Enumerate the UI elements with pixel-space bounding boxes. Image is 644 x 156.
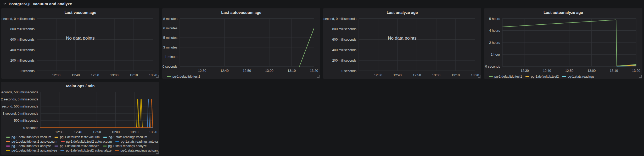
panel-last-autoanalyze-age: Last autoanalyze age 5 hours4 hours2 hou… bbox=[484, 8, 642, 79]
y-axis-label: 1 second, 500 milliseconds bbox=[1, 105, 38, 108]
panel-last-analyze-age: Last analyze age 1 second, 0 millisecond… bbox=[323, 8, 481, 79]
y-axis-label: 2 seconds, 0 milliseconds bbox=[1, 98, 38, 101]
x-axis-label: 12:50 bbox=[93, 130, 101, 134]
legend-label: pg-1.defaultdb.test1 autovacuum bbox=[12, 140, 57, 143]
legend-label: pg-1.defaultdb.test2 vacuum bbox=[60, 135, 99, 139]
resize-handle[interactable] bbox=[156, 75, 159, 78]
legend-swatch-icon bbox=[103, 146, 107, 147]
x-axis-label: 12:50 bbox=[413, 73, 421, 77]
chart-last-autovacuum-age[interactable]: 8 minutes6 minutes5 minutes3 minutes1 mi… bbox=[162, 8, 320, 79]
y-axis-label: 3 minutes bbox=[163, 46, 177, 49]
panel-last-autovacuum-age: Last autovacuum age 8 minutes6 minutes5 … bbox=[162, 8, 320, 79]
panel-last-vacuum-age: Last vacuum age 1 second, 0 milliseconds… bbox=[1, 8, 159, 79]
y-axis-label: 1 hour bbox=[491, 53, 500, 56]
legend-label: pg-1.stats.readings autovacuum bbox=[121, 140, 158, 143]
legend-label: pg-1.stats.readings bbox=[568, 75, 594, 78]
panel-title[interactable]: Last vacuum age bbox=[1, 10, 159, 15]
x-axis-label: 13:00 bbox=[432, 73, 440, 77]
resize-handle[interactable] bbox=[639, 75, 642, 78]
legend-item[interactable]: pg-1.defaultdb.test2 analyze bbox=[54, 144, 99, 148]
x-axis-label: 13:10 bbox=[130, 130, 138, 134]
legend-swatch-icon bbox=[562, 76, 566, 77]
legend-label: pg-1.stats.readings autoanalyze bbox=[120, 149, 158, 152]
x-axis-label: 13:00 bbox=[110, 73, 118, 77]
legend-label: pg-1.defaultdb.test1 bbox=[494, 75, 522, 78]
legend-swatch-icon bbox=[6, 146, 10, 147]
row-title[interactable]: PostgreSQL vacuum and analyze bbox=[9, 2, 72, 6]
y-axis-label: 200 milliseconds bbox=[332, 59, 356, 62]
legend-label: pg-1.defaultdb.test1 analyze bbox=[12, 144, 51, 148]
legend-item[interactable]: pg-1.defaultdb.test2 vacuum bbox=[54, 135, 99, 139]
legend-label: pg-1.stats.readings vacuum bbox=[109, 135, 147, 139]
legend-item[interactable]: pg-1.stats.readings bbox=[562, 75, 594, 78]
legend-item[interactable]: pg-1.stats.readings analyze bbox=[103, 144, 147, 148]
legend-swatch-icon bbox=[6, 150, 10, 151]
y-axis-label: 5 hours bbox=[489, 17, 500, 21]
x-axis-label: 12:40 bbox=[393, 73, 401, 77]
legend-item[interactable]: pg-1.stats.readings autovacuum bbox=[115, 140, 158, 143]
panel-title[interactable]: Last autoanalyze age bbox=[484, 10, 642, 15]
y-axis-label: 400 milliseconds bbox=[10, 48, 35, 52]
x-axis-label: 12:40 bbox=[543, 69, 551, 73]
y-axis-label: 800 milliseconds bbox=[332, 27, 356, 31]
legend-item[interactable]: pg-1.defaultdb.test1 autoanalyze bbox=[6, 149, 57, 152]
legend-item[interactable]: pg-1.defaultdb.test1 bbox=[489, 75, 522, 78]
x-axis-label: 12:30 bbox=[374, 73, 382, 77]
y-axis-label: 5 minutes bbox=[163, 36, 177, 40]
dashboard: PostgreSQL vacuum and analyze Last vacuu… bbox=[0, 0, 644, 156]
legend-label: pg-1.defaultdb.test2 analyze bbox=[60, 144, 99, 148]
resize-handle[interactable] bbox=[478, 75, 480, 78]
y-axis-label: 8 minutes bbox=[163, 17, 177, 21]
legend-item[interactable]: pg-1.stats.readings vacuum bbox=[103, 135, 147, 139]
chart-last-analyze-age[interactable]: 1 second, 0 milliseconds800 milliseconds… bbox=[323, 8, 481, 79]
resize-handle[interactable] bbox=[156, 151, 159, 154]
y-axis-label: 400 milliseconds bbox=[332, 48, 356, 52]
row-header[interactable]: PostgreSQL vacuum and analyze bbox=[0, 0, 644, 7]
chevron-down-icon[interactable] bbox=[3, 2, 7, 6]
legend-item[interactable]: pg-1.stats.readings autoanalyze bbox=[115, 149, 158, 152]
y-axis-label: 600 milliseconds bbox=[332, 38, 356, 41]
legend-label: pg-1.defaultdb.test2 bbox=[531, 75, 559, 78]
panel-title[interactable]: Maint ops / min bbox=[1, 84, 159, 88]
legend-item[interactable]: pg-1.defaultdb.test2 autovacuum bbox=[61, 140, 112, 143]
x-axis-label: 12:50 bbox=[565, 69, 573, 73]
x-axis-label: 13:20 bbox=[149, 130, 157, 134]
legend-swatch-icon bbox=[6, 137, 10, 138]
no-data-text: No data points bbox=[66, 36, 95, 41]
legend-item[interactable]: pg-1.defaultdb.test1 bbox=[167, 75, 200, 78]
legend-label: pg-1.defaultdb.test1 vacuum bbox=[12, 135, 51, 139]
legend-item[interactable]: pg-1.defaultdb.test1 vacuum bbox=[6, 135, 51, 139]
x-axis-label: 13:00 bbox=[111, 130, 120, 134]
legend-swatch-icon bbox=[54, 146, 58, 147]
legend-label: pg-1.defaultdb.test2 autovacuum bbox=[66, 140, 112, 143]
panel-title[interactable]: Last analyze age bbox=[323, 10, 481, 15]
x-axis-label: 12:30 bbox=[55, 130, 63, 134]
panel-title[interactable]: Last autovacuum age bbox=[162, 10, 320, 15]
legend-item[interactable]: pg-1.defaultdb.test2 autoanalyze bbox=[60, 149, 111, 152]
x-axis-label: 12:50 bbox=[243, 69, 251, 73]
x-axis-label: 13:20 bbox=[632, 69, 640, 73]
y-axis-label: 0 seconds bbox=[163, 65, 177, 68]
y-axis-label: 0 seconds bbox=[485, 65, 500, 68]
x-axis-label: 13:10 bbox=[130, 73, 138, 77]
chart-last-autoanalyze-age[interactable]: 5 hours4 hours2 hours1 hour0 seconds12:3… bbox=[484, 8, 642, 79]
x-axis-label: 13:00 bbox=[587, 69, 596, 73]
legend-item[interactable]: pg-1.defaultdb.test1 autovacuum bbox=[6, 140, 57, 143]
legend-item[interactable]: pg-1.defaultdb.test2 bbox=[525, 75, 559, 78]
y-axis-label: 1 second, 0 milliseconds bbox=[1, 17, 35, 21]
legend-swatch-icon bbox=[54, 137, 58, 138]
legend-label: pg-1.defaultdb.test2 autoanalyze bbox=[66, 149, 111, 152]
resize-handle[interactable] bbox=[317, 75, 320, 78]
legend-label: pg-1.defaultdb.test1 bbox=[172, 75, 200, 78]
x-axis-label: 12:40 bbox=[220, 69, 228, 73]
legend-label: pg-1.defaultdb.test1 autoanalyze bbox=[12, 149, 57, 152]
chart-last-vacuum-age[interactable]: 1 second, 0 milliseconds800 milliseconds… bbox=[1, 8, 159, 79]
x-axis-label: 13:10 bbox=[610, 69, 618, 73]
x-axis-label: 12:30 bbox=[198, 69, 206, 73]
x-axis-label: 13:10 bbox=[451, 73, 460, 77]
legend-swatch-icon bbox=[103, 137, 107, 138]
y-axis-label: 2 seconds, 500 milliseconds bbox=[1, 90, 38, 94]
legend-swatch-icon bbox=[61, 141, 65, 142]
legend-item[interactable]: pg-1.defaultdb.test1 analyze bbox=[6, 144, 51, 148]
x-axis-label: 12:30 bbox=[52, 73, 60, 77]
